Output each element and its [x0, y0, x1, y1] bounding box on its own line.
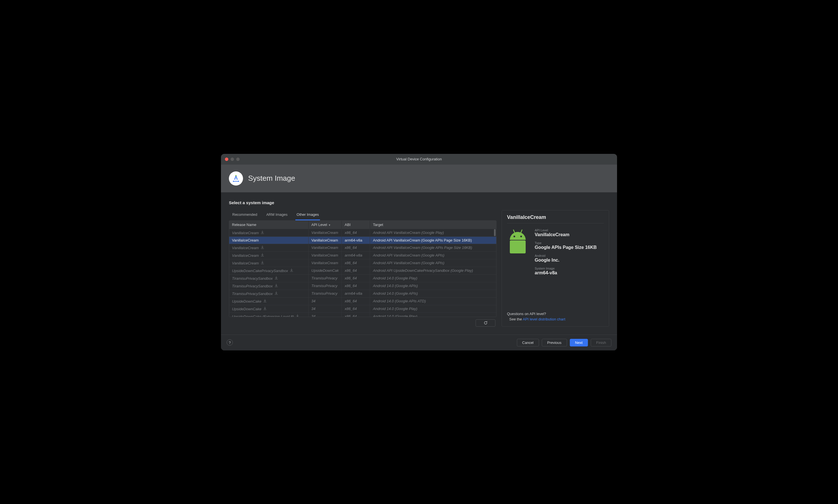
refresh-button[interactable]	[476, 319, 495, 327]
download-icon[interactable]	[290, 268, 293, 273]
svg-point-2	[238, 181, 239, 182]
download-icon[interactable]	[263, 307, 267, 311]
detail-type: Type Google APIs Page Size 16KB	[535, 241, 604, 250]
help-icon: ?	[229, 341, 231, 345]
cell-target: Android API VanillaIceCream (Google APIs…	[370, 236, 496, 244]
details-pane: VanillaIceCream	[502, 210, 609, 327]
tab-arm-images[interactable]: ARM Images	[265, 210, 289, 220]
cell-release: UpsideDownCakePrivacySandbox	[229, 267, 308, 274]
cell-release: VanillaIceCream	[229, 251, 308, 259]
cell-abi: arm64-v8a	[342, 236, 370, 244]
download-icon[interactable]	[274, 276, 278, 281]
table-row[interactable]: UpsideDownCake (Extension Level 8)34x86_…	[229, 312, 496, 317]
cell-target: Android API UpsideDownCakePrivacySandbox…	[370, 267, 496, 274]
table-row[interactable]: UpsideDownCakePrivacySandboxUpsideDownCa…	[229, 267, 496, 274]
cell-abi: x86_64	[342, 282, 370, 290]
cell-api-level: 34	[308, 305, 342, 312]
download-icon[interactable]	[261, 261, 264, 265]
detail-fields: API Level VanillaIceCream Type Google AP…	[535, 229, 604, 275]
download-icon[interactable]	[274, 291, 278, 296]
cell-api-level: TiramisuPrivacy	[308, 274, 342, 282]
next-button[interactable]: Next	[570, 339, 588, 346]
detail-system-image: System Image arm64-v8a	[535, 267, 604, 275]
cell-api-level: UpsideDownCak	[308, 267, 342, 274]
titlebar: Virtual Device Configuration	[221, 154, 617, 165]
table-body: VanillaIceCreamVanillaIceCreamx86_64Andr…	[229, 229, 496, 317]
api-distribution-link[interactable]: API level distribution chart	[523, 317, 565, 321]
cell-target: Android 14.0 (Google Play)	[370, 274, 496, 282]
svg-rect-5	[510, 240, 525, 253]
cancel-button[interactable]: Cancel	[517, 339, 539, 346]
table-row[interactable]: VanillaIceCreamVanillaIceCreamarm64-v8aA…	[229, 251, 496, 259]
detail-title: VanillaIceCream	[507, 214, 604, 223]
close-icon[interactable]	[225, 158, 228, 161]
window-title: Virtual Device Configuration	[221, 157, 617, 161]
svg-point-1	[233, 181, 234, 182]
table-row[interactable]: VanillaIceCreamVanillaIceCreamx86_64Andr…	[229, 244, 496, 251]
cell-target: Android API VanillaIceCream (Google APIs…	[370, 251, 496, 259]
column-header-abi[interactable]: ABI	[342, 221, 370, 229]
download-icon[interactable]	[274, 284, 278, 288]
sort-desc-icon: ▼	[328, 224, 331, 227]
table-row[interactable]: TiramisuPrivacySandboxTiramisuPrivacyx86…	[229, 282, 496, 290]
minimize-icon[interactable]	[231, 158, 234, 161]
tab-bar: RecommendedARM ImagesOther Images	[229, 210, 497, 220]
cell-release: VanillaIceCream	[229, 259, 308, 267]
left-pane: RecommendedARM ImagesOther Images Releas…	[229, 210, 497, 327]
detail-label: Android	[535, 254, 604, 257]
details-footer: Questions on API level? See the API leve…	[507, 307, 604, 321]
cell-api-level: VanillaIceCream	[308, 236, 342, 244]
cell-target: Android 14.0 (Google Play)	[370, 312, 496, 317]
detail-value: Google Inc.	[535, 258, 604, 263]
table-row[interactable]: VanillaIceCreamVanillaIceCreamx86_64Andr…	[229, 229, 496, 236]
tab-other-images[interactable]: Other Images	[296, 210, 320, 220]
previous-button[interactable]: Previous	[542, 339, 567, 346]
download-icon[interactable]	[261, 253, 264, 258]
download-icon[interactable]	[263, 299, 267, 304]
cell-target: Android API VanillaIceCream (Google APIs…	[370, 259, 496, 267]
cell-abi: x86_64	[342, 312, 370, 317]
cell-abi: x86_64	[342, 259, 370, 267]
scrollbar-thumb[interactable]	[494, 229, 496, 236]
cell-api-level: VanillaIceCream	[308, 251, 342, 259]
table-row[interactable]: UpsideDownCake34x86_64Android 14.0 (Goog…	[229, 305, 496, 312]
table-row[interactable]: VanillaIceCreamVanillaIceCreamx86_64Andr…	[229, 259, 496, 267]
detail-value: VanillaIceCream	[535, 232, 604, 237]
cell-release: UpsideDownCake	[229, 297, 308, 305]
column-header-release[interactable]: Release Name	[229, 221, 308, 229]
maximize-icon[interactable]	[236, 158, 239, 161]
detail-value: arm64-v8a	[535, 270, 604, 275]
dialog-window: Virtual Device Configuration System Imag…	[221, 154, 617, 350]
download-icon[interactable]	[261, 246, 264, 250]
finish-button: Finish	[591, 339, 611, 346]
section-subtitle: Select a system image	[229, 200, 609, 205]
detail-android: Android Google Inc.	[535, 254, 604, 263]
android-studio-icon	[229, 172, 243, 185]
table-row[interactable]: TiramisuPrivacySandboxTiramisuPrivacyarm…	[229, 290, 496, 297]
cell-api-level: 34	[308, 312, 342, 317]
tab-recommended[interactable]: Recommended	[231, 210, 258, 220]
column-header-api-level[interactable]: API Level▼	[308, 221, 342, 229]
cell-abi: arm64-v8a	[342, 251, 370, 259]
download-icon[interactable]	[296, 314, 299, 317]
table-row[interactable]: VanillaIceCreamVanillaIceCreamarm64-v8aA…	[229, 236, 496, 244]
detail-value: Google APIs Page Size 16KB	[535, 245, 604, 250]
table-row[interactable]: TiramisuPrivacySandboxTiramisuPrivacyx86…	[229, 274, 496, 282]
column-header-target[interactable]: Target	[370, 221, 496, 229]
cell-api-level: TiramisuPrivacy	[308, 282, 342, 290]
table-scroll[interactable]: Release Name API Level▼ ABI Target Vanil…	[229, 221, 496, 317]
table-row[interactable]: UpsideDownCake34x86_64Android 14.0 (Goog…	[229, 297, 496, 305]
cell-target: Android API VanillaIceCream (Google APIs…	[370, 244, 496, 251]
cell-release: UpsideDownCake (Extension Level 8)	[229, 312, 308, 317]
cell-api-level: VanillaIceCream	[308, 259, 342, 267]
cell-target: Android 14.0 (Google APIs ATD)	[370, 297, 496, 305]
help-button[interactable]: ?	[227, 339, 233, 346]
detail-label: Type	[535, 241, 604, 245]
cell-release: VanillaIceCream	[229, 236, 308, 244]
cell-abi: x86_64	[342, 274, 370, 282]
cell-target: Android 14.0 (Google APIs)	[370, 282, 496, 290]
cell-target: Android 14.0 (Google Play)	[370, 305, 496, 312]
download-icon[interactable]	[261, 231, 264, 235]
detail-label: API Level	[535, 229, 604, 232]
content-area: Select a system image RecommendedARM Ima…	[221, 192, 617, 335]
